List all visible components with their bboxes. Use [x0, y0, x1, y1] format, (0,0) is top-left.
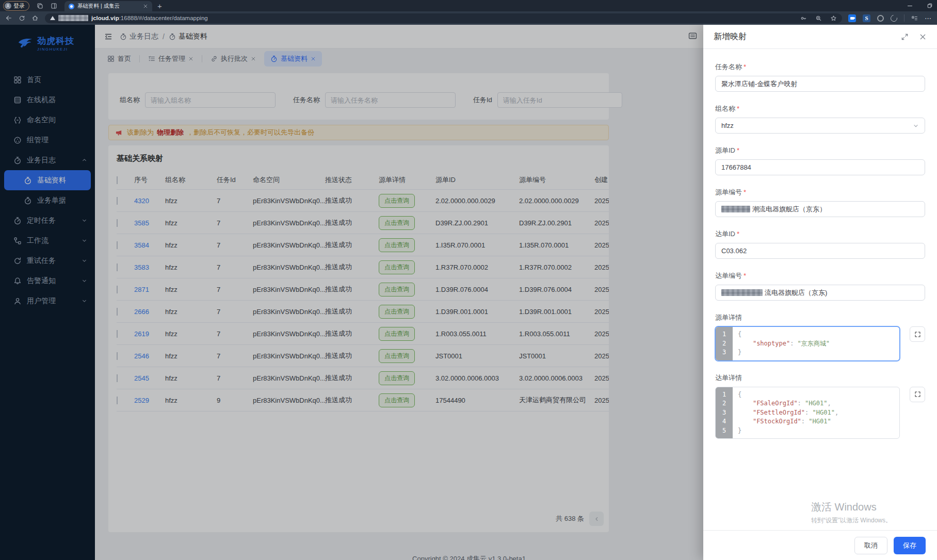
field-label: 源单ID* [715, 146, 925, 155]
form-field-task-name: 任务名称* [715, 62, 925, 92]
form-field-source-id: 源单ID* [715, 146, 925, 175]
window-minimize-icon[interactable] [907, 3, 913, 9]
source-no-input[interactable]: 潮流电器旗舰店（京东） [715, 201, 925, 217]
close-icon [919, 33, 927, 41]
minimize-icon [907, 3, 913, 9]
toolbar-divider [904, 14, 904, 22]
target-id-input[interactable] [715, 243, 925, 259]
field-label: 源单详情 [715, 313, 925, 322]
chevron-down-icon [912, 122, 919, 131]
site-warning-icon [50, 16, 55, 20]
refresh-icon[interactable] [19, 15, 25, 22]
s-extension-icon[interactable]: S [863, 14, 870, 22]
field-label: 达单详情 [715, 373, 925, 383]
home-icon[interactable] [31, 14, 39, 22]
star-icon [830, 15, 837, 22]
zoom-in-icon[interactable] [815, 15, 822, 22]
editor-gutter: 12345 [716, 387, 733, 439]
form-field-target-id: 达单ID* [715, 229, 925, 259]
field-value: 流电器旗舰店（京东) [765, 288, 827, 298]
source-id-input[interactable] [715, 159, 925, 175]
json-editor-target-detail[interactable]: 12345{ "FSaleOrgId": "HG01", "FSettleOrg… [715, 387, 900, 439]
zoomin-icon [815, 15, 822, 22]
task-name-input[interactable] [715, 76, 925, 92]
screen-recorder-extension-icon[interactable] [848, 14, 856, 22]
gray-circle-extension-icon[interactable] [877, 15, 884, 22]
browser-tab-strip: 登录 基础资料 | 成集云 + [0, 0, 937, 11]
censored-text [721, 289, 763, 296]
field-label: 任务名称* [715, 62, 925, 72]
bookmark-star-icon[interactable] [830, 15, 837, 22]
field-label: 组名称* [715, 104, 925, 113]
winsplit-icon [51, 3, 57, 9]
split-screen-icon[interactable] [51, 3, 57, 9]
form-field-source-no: 源单编号*潮流电器旗舰店（京东） [715, 188, 925, 217]
required-asterisk: * [737, 105, 739, 112]
favorites-list-icon[interactable] [911, 15, 918, 22]
drawer-footer: 取消 保存 [703, 530, 937, 560]
drawer-header: 新增映射 [703, 25, 937, 49]
drawer-body: 任务名称*组名称*hfzz源单ID*源单编号*潮流电器旗舰店（京东）达单ID*达… [703, 49, 937, 530]
copy2-icon [37, 3, 43, 9]
editor-code: { "shoptype": "京东商城" } [733, 327, 899, 360]
site-favicon-icon [69, 4, 74, 9]
refresh-icon [19, 15, 25, 22]
chevDown-icon [912, 122, 919, 129]
required-asterisk: * [744, 63, 746, 71]
app-root: 劲虎科技 JINGHUKEJI 首页在线机器命名空间组管理业务日志基础资料业务单… [0, 25, 937, 560]
close-icon [143, 4, 148, 9]
field-label: 达单编号* [715, 271, 925, 281]
form-field-target-no: 达单编号*流电器旗舰店（京东) [715, 271, 925, 301]
selected-value: hfzz [721, 122, 734, 129]
back-icon [5, 14, 12, 22]
profile-label: 登录 [13, 2, 25, 10]
restore-icon [927, 3, 933, 9]
json-editor-source-detail[interactable]: 123{ "shoptype": "京东商城" } [715, 326, 900, 361]
tab-close-icon[interactable] [143, 4, 148, 9]
editor-code: { "FSaleOrgId": "HG01", "FSettleOrgId": … [733, 387, 899, 439]
cancel-button[interactable]: 取消 [854, 537, 887, 554]
workspaces-icon[interactable] [37, 3, 43, 9]
save-button[interactable]: 保存 [894, 537, 926, 554]
browser-chrome: 登录 基础资料 | 成集云 + jcloud.vip:16888/#/datac… [0, 0, 937, 25]
browser-toolbar: jcloud.vip:16888/#/datacenter/datamappin… [0, 11, 937, 25]
scan-icon [914, 391, 921, 398]
home-icon [31, 14, 39, 22]
drawer-close-icon[interactable] [919, 33, 927, 41]
ring-extension-icon[interactable] [889, 13, 898, 23]
url-path: :16888/#/datacenter/datamapping [119, 15, 208, 21]
key-icon [800, 15, 807, 22]
required-asterisk: * [737, 230, 739, 238]
field-label: 源单编号* [715, 188, 925, 197]
profile-avatar [5, 3, 11, 9]
new-mapping-drawer: 新增映射 任务名称*组名称*hfzz源单ID*源单编号*潮流电器旗舰店（京东）达… [703, 25, 937, 560]
editor-expand-button[interactable] [910, 326, 925, 342]
editor-gutter: 123 [716, 327, 733, 360]
censored-text [721, 206, 750, 212]
browser-profile-chip[interactable]: 登录 [3, 1, 29, 11]
address-bar[interactable]: jcloud.vip:16888/#/datacenter/datamappin… [45, 13, 842, 23]
form-field-target-detail: 达单详情12345{ "FSaleOrgId": "HG01", "FSettl… [715, 373, 925, 439]
form-field-source-detail: 源单详情123{ "shoptype": "京东商城" } [715, 313, 925, 361]
window-restore-icon[interactable] [927, 3, 933, 9]
browser-tab-title: 基础资料 | 成集云 [77, 3, 140, 10]
field-label: 达单ID* [715, 229, 925, 239]
password-key-icon[interactable] [800, 15, 807, 22]
required-asterisk: * [744, 272, 746, 279]
drawer-expand-icon[interactable] [901, 33, 909, 41]
drawer-title: 新增映射 [714, 31, 747, 42]
target-no-input[interactable]: 流电器旗舰店（京东) [715, 285, 925, 301]
group-name-select[interactable]: hfzz [715, 118, 925, 134]
back-icon[interactable] [5, 14, 12, 22]
new-tab-button[interactable]: + [157, 2, 162, 10]
censored-url-prefix [58, 15, 88, 21]
windows-activation-watermark: 激活 Windows 转到“设置”以激活 Windows。 [811, 500, 892, 525]
scan-icon [914, 331, 921, 338]
browser-menu-icon[interactable]: ⋯ [925, 14, 932, 22]
starlist-icon [911, 15, 918, 22]
editor-expand-button[interactable] [910, 387, 925, 402]
field-value: 潮流电器旗舰店（京东） [752, 205, 826, 214]
browser-tab[interactable]: 基础资料 | 成集云 [64, 1, 152, 11]
url-domain: jcloud.vip [91, 15, 119, 21]
expand-icon [901, 33, 909, 41]
